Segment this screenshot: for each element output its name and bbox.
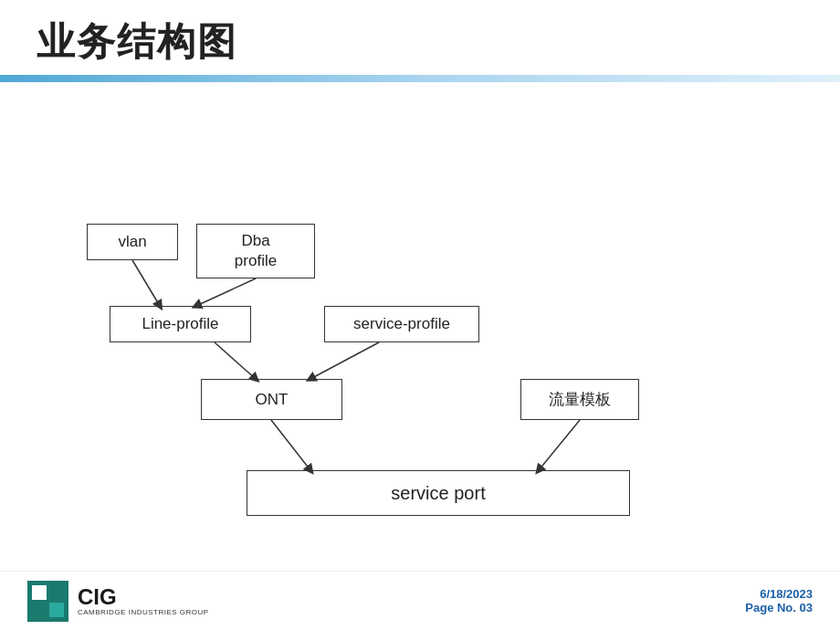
svg-line-3 bbox=[310, 342, 379, 379]
box-line-profile: Line-profile bbox=[110, 306, 251, 342]
page-title: 业务结构图 bbox=[37, 16, 803, 68]
box-service-port: service port bbox=[247, 470, 630, 516]
logo-icon bbox=[27, 581, 68, 622]
box-traffic-template: 流量模板 bbox=[520, 379, 639, 420]
blue-bar bbox=[0, 75, 840, 82]
footer-info: 6/18/2023 Page No. 03 bbox=[745, 587, 813, 614]
box-dba-profile: Dba profile bbox=[196, 224, 315, 278]
svg-line-5 bbox=[539, 420, 580, 470]
svg-line-4 bbox=[271, 420, 310, 470]
box-service-profile: service-profile bbox=[324, 306, 479, 342]
logo-cig-text: CIG bbox=[78, 586, 209, 608]
title-section: 业务结构图 bbox=[0, 0, 840, 75]
footer-date: 6/18/2023 bbox=[745, 587, 813, 601]
svg-line-2 bbox=[215, 342, 256, 379]
diagram: vlan Dba profile Line-profile service-pr… bbox=[0, 91, 840, 530]
footer-logo: CIG Cambridge Industries Group bbox=[27, 581, 209, 622]
footer: CIG Cambridge Industries Group 6/18/2023… bbox=[0, 571, 840, 630]
svg-line-0 bbox=[132, 260, 160, 306]
svg-line-1 bbox=[196, 278, 256, 306]
logo-full-text: Cambridge Industries Group bbox=[78, 608, 209, 616]
box-ont: ONT bbox=[201, 379, 342, 420]
box-vlan: vlan bbox=[87, 224, 178, 260]
footer-page: Page No. 03 bbox=[745, 601, 813, 614]
